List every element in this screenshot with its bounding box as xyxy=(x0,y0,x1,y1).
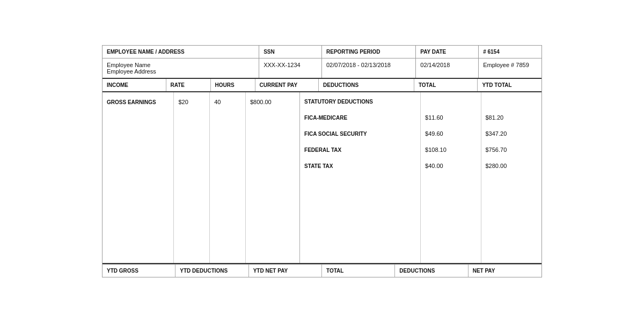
employee-name: Employee Name xyxy=(107,62,254,68)
footer-row: YTD GROSS YTD DEDUCTIONS YTD NET PAY TOT… xyxy=(103,264,541,277)
deductions-name-cell: STATUTORY DEDUCTIONS FICA-MEDICARE FICA … xyxy=(300,92,421,263)
fica-ss-total: $49.60 xyxy=(425,130,476,137)
ytd-net-pay-footer: YTD NET PAY xyxy=(249,265,322,277)
right-pane: STATUTORY DEDUCTIONS FICA-MEDICARE FICA … xyxy=(300,92,541,263)
hours-value: 40 xyxy=(214,99,221,105)
deduction-federal-tax: FEDERAL TAX xyxy=(304,147,416,153)
federal-tax-label: FEDERAL TAX xyxy=(304,147,341,153)
employee-num-label: Employee # xyxy=(483,62,514,68)
fica-ss-ytd: $347.20 xyxy=(486,130,537,137)
header-data-row: Employee Name Employee Address XXX-XX-12… xyxy=(103,58,541,79)
fica-medicare-total: $11.60 xyxy=(425,114,476,121)
ssn-value: XXX-XX-1234 xyxy=(259,58,322,78)
col-paydate-label: PAY DATE xyxy=(416,46,479,58)
ytd-gross-footer: YTD GROSS xyxy=(103,265,175,277)
deductions-col-header: DEDUCTIONS xyxy=(319,79,414,91)
income-cell: GROSS EARNINGS xyxy=(103,92,174,263)
rate-value: $20 xyxy=(178,99,188,105)
main-body: GROSS EARNINGS $20 40 $800.00 STATUTORY … xyxy=(103,92,541,264)
state-tax-ytd: $280.00 xyxy=(486,163,537,169)
net-pay-footer: NET PAY xyxy=(469,265,541,277)
pay-date-value: 02/14/2018 xyxy=(416,58,479,78)
state-tax-total: $40.00 xyxy=(425,163,476,169)
employee-address: Employee Address xyxy=(107,68,254,75)
col-ssn-label: SSN xyxy=(259,46,322,58)
employee-num-value: Employee # 7859 xyxy=(479,58,541,78)
total-col-header: TOTAL xyxy=(414,79,478,91)
income-col-header: INCOME xyxy=(103,79,166,91)
fica-medicare-ytd: $81.20 xyxy=(486,114,537,121)
employee-num: 7859 xyxy=(516,62,529,68)
left-pane: GROSS EARNINGS $20 40 $800.00 xyxy=(103,92,300,263)
deductions-footer: DEDUCTIONS xyxy=(395,265,468,277)
col-employee-label: EMPLOYEE NAME / ADDRESS xyxy=(103,46,259,58)
current-pay-cell: $800.00 xyxy=(246,92,299,263)
deductions-total-cell: $11.60 $49.60 $108.10 $40.00 xyxy=(421,92,481,263)
rate-col-header: RATE xyxy=(166,79,211,91)
pay-stub: EMPLOYEE NAME / ADDRESS SSN REPORTING PE… xyxy=(102,45,542,277)
hours-col-header: HOURS xyxy=(211,79,255,91)
hours-cell: 40 xyxy=(210,92,246,263)
col-reporting-label: REPORTING PERIOD xyxy=(322,46,416,58)
gross-earnings-label: GROSS EARNINGS xyxy=(107,99,156,105)
col-checknum-label: # 6154 xyxy=(479,46,541,58)
total-footer: TOTAL xyxy=(322,265,395,277)
fica-ss-label: FICA SOCIAL SECURITY xyxy=(304,131,367,137)
statutory-deductions-label: STATUTORY DEDUCTIONS xyxy=(304,99,416,105)
deductions-ytd-cell: $81.20 $347.20 $756.70 $280.00 xyxy=(481,92,541,263)
header-labels-row: EMPLOYEE NAME / ADDRESS SSN REPORTING PE… xyxy=(103,46,541,58)
state-tax-label: STATE TAX xyxy=(304,163,333,169)
deduction-state-tax: STATE TAX xyxy=(304,163,416,169)
deduction-fica-ss: FICA SOCIAL SECURITY xyxy=(304,130,416,137)
employee-name-address: Employee Name Employee Address xyxy=(103,58,259,78)
fica-medicare-label: FICA-MEDICARE xyxy=(304,115,347,121)
ytd-total-col-header: YTD TOTAL xyxy=(478,79,541,91)
current-pay-value: $800.00 xyxy=(250,99,272,105)
federal-tax-total: $108.10 xyxy=(425,147,476,153)
ytd-deductions-footer: YTD DEDUCTIONS xyxy=(175,265,248,277)
deduction-fica-medicare: FICA-MEDICARE xyxy=(304,114,416,121)
column-headers: INCOME RATE HOURS CURRENT PAY DEDUCTIONS… xyxy=(103,79,541,92)
current-pay-col-header: CURRENT PAY xyxy=(255,79,319,91)
reporting-period-value: 02/07/2018 - 02/13/2018 xyxy=(322,58,416,78)
rate-cell: $20 xyxy=(174,92,210,263)
federal-tax-ytd: $756.70 xyxy=(486,147,537,153)
